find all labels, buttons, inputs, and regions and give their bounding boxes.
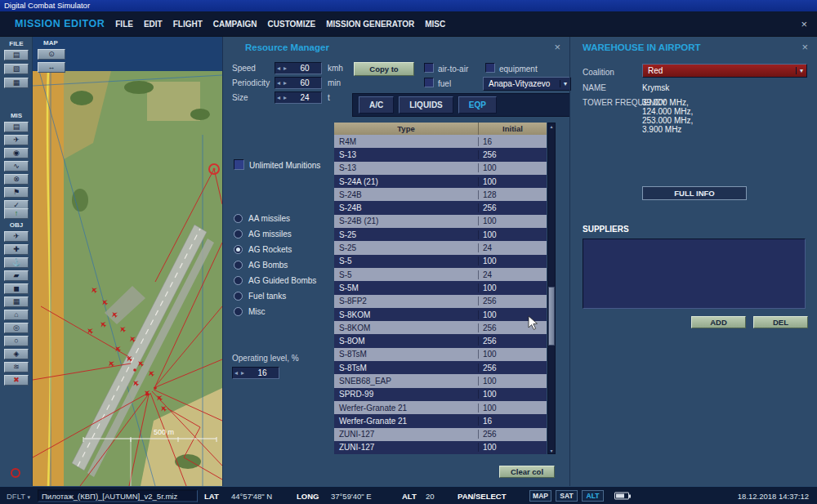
vehicle-icon[interactable]: ▰	[4, 270, 29, 281]
category-radio[interactable]: AG missiles	[234, 226, 316, 242]
table-row[interactable]: S-5 100	[334, 255, 547, 268]
table-row[interactable]: SNEB68_EAP 100	[334, 374, 547, 387]
mission-name-field[interactable]: Пилотаж_(КВП)_[AUTUMN]_v2_5r.miz	[38, 489, 198, 502]
table-row[interactable]: ZUNI-127 256	[334, 428, 547, 441]
triggers-icon[interactable]: ⚑	[4, 187, 29, 198]
table-row[interactable]: S-8TsM 100	[334, 348, 547, 361]
table-row[interactable]: S-25 100	[334, 228, 547, 241]
sortie-icon[interactable]: ✈	[4, 135, 29, 145]
category-radio[interactable]: AG Bombs	[234, 257, 316, 273]
open-mission-icon[interactable]: ▧	[4, 64, 29, 74]
aircraft-icon[interactable]: ✈	[4, 231, 29, 242]
stepper-increase-icon[interactable]: ▸	[282, 65, 288, 72]
equipment-checkbox[interactable]	[485, 63, 495, 73]
table-row[interactable]: S-5 24	[334, 268, 547, 281]
stepper-decrease-icon[interactable]: ◂	[275, 65, 282, 72]
full-info-button[interactable]: FULL INFO	[642, 186, 747, 200]
delete-object-icon[interactable]: ✖	[4, 375, 29, 386]
tab[interactable]: LIQUIDS	[399, 96, 453, 114]
value-stepper[interactable]: ◂ ▸ 60	[275, 77, 322, 89]
table-row[interactable]: S-13 100	[334, 162, 547, 175]
table-row[interactable]: S-8KOM 256	[334, 321, 547, 334]
failures-icon[interactable]: ⊗	[4, 174, 29, 185]
sealift-icon[interactable]: ≋	[4, 362, 29, 372]
table-row[interactable]: S-13 256	[334, 148, 547, 161]
airport-select[interactable]: Anapa-Vityazevo ▾	[483, 77, 571, 91]
stepper-decrease-icon[interactable]: ◂	[233, 369, 239, 377]
helicopter-icon[interactable]: ✚	[4, 244, 29, 255]
stepper-increase-icon[interactable]: ▸	[282, 79, 288, 87]
unlimited-munitions-checkbox[interactable]	[234, 159, 244, 170]
close-panel-icon[interactable]: ×	[801, 41, 808, 53]
value-stepper[interactable]: ◂ ▸ 60	[275, 62, 322, 74]
stepper-decrease-icon[interactable]: ◂	[275, 94, 282, 101]
map-viewport[interactable]: 500 m	[33, 37, 222, 486]
save-mission-icon[interactable]: ▦	[4, 78, 29, 88]
stepper-increase-icon[interactable]: ▸	[282, 94, 288, 101]
map-canvas[interactable]: 500 m	[33, 37, 222, 486]
map-options-icon[interactable]: ⊙	[38, 49, 65, 60]
trigger-zone-icon[interactable]: ○	[4, 336, 29, 346]
close-editor-icon[interactable]: ×	[801, 18, 807, 30]
menu-item[interactable]: FLIGHT	[173, 20, 203, 29]
fuel-checkbox[interactable]	[424, 78, 434, 87]
template-icon[interactable]: ▦	[4, 297, 29, 307]
category-radio[interactable]: AG Guided Bombs	[234, 273, 316, 288]
initial-point-icon[interactable]: ◈	[4, 349, 29, 359]
scroll-down-icon[interactable]: ▾	[548, 448, 555, 453]
table-row[interactable]: S-24B 128	[334, 188, 547, 201]
table-row[interactable]: ZUNI-127 100	[334, 441, 547, 454]
menu-item[interactable]: CUSTOMIZE	[268, 20, 316, 29]
column-initial[interactable]: Initial	[479, 123, 547, 135]
scrollbar-thumb[interactable]	[548, 287, 555, 346]
stepper-decrease-icon[interactable]: ◂	[275, 79, 282, 87]
close-panel-icon[interactable]: ×	[554, 41, 560, 53]
table-row[interactable]: S-24B 256	[334, 201, 547, 214]
weather-icon[interactable]: ∿	[4, 161, 29, 172]
sound-icon[interactable]: ◉	[4, 148, 29, 158]
stepper-increase-icon[interactable]: ▸	[239, 369, 246, 377]
table-scrollbar[interactable]: ▴ ▾	[547, 123, 556, 454]
map-mode-button[interactable]: MAP	[529, 490, 551, 502]
suppliers-list[interactable]	[583, 239, 806, 309]
value-stepper[interactable]: ◂ ▸ 24	[275, 91, 322, 104]
category-radio[interactable]: Misc	[234, 304, 316, 319]
coalition-select[interactable]: Red ▾	[642, 64, 807, 78]
menu-item[interactable]: FILE	[115, 20, 133, 29]
menu-item[interactable]: MISSION GENERATOR	[326, 20, 414, 29]
table-row[interactable]: S-24A (21) 100	[334, 175, 547, 188]
fly-mission-icon[interactable]: ↑	[4, 208, 29, 219]
map-mode-button[interactable]: ALT	[582, 490, 604, 502]
column-type[interactable]: Type	[334, 123, 479, 135]
menu-item[interactable]: CAMPAIGN	[213, 20, 257, 29]
table-row[interactable]: R4M 16	[334, 135, 547, 148]
menu-item[interactable]: MISC	[425, 20, 445, 29]
scroll-up-icon[interactable]: ▴	[548, 123, 555, 129]
menu-item[interactable]: EDIT	[144, 20, 163, 29]
tab[interactable]: EQP	[458, 96, 497, 114]
table-row[interactable]: S-8KOM 100	[334, 308, 547, 321]
map-mode-button[interactable]: SAT	[556, 490, 578, 502]
table-row[interactable]: Werfer-Granate 21 16	[334, 414, 547, 427]
table-row[interactable]: S-24B (21) 100	[334, 215, 547, 228]
table-row[interactable]: SPRD-99 100	[334, 388, 547, 401]
briefing-icon[interactable]: ▤	[4, 122, 29, 132]
operating-level-stepper[interactable]: ◂ ▸ 16	[232, 367, 279, 379]
new-mission-icon[interactable]: ▤	[4, 50, 29, 60]
ship-icon[interactable]: ⚓	[4, 257, 29, 268]
air-to-air-checkbox[interactable]	[424, 63, 434, 73]
airfield-icon[interactable]: ◎	[4, 323, 29, 333]
clear-col-button[interactable]: Clear col	[499, 466, 555, 478]
profile-select[interactable]: DFLT ▾	[7, 491, 30, 500]
static-object-icon[interactable]: ◼	[4, 283, 29, 294]
del-supplier-button[interactable]: DEL	[753, 316, 808, 328]
table-row[interactable]: S-25 24	[334, 241, 547, 254]
table-row[interactable]: S-8TsM 256	[334, 361, 547, 374]
distance-tool-icon[interactable]: ↔	[38, 62, 65, 73]
category-radio[interactable]: AG Rockets	[234, 242, 316, 257]
tab[interactable]: A/C	[359, 96, 394, 114]
category-radio[interactable]: AA missiles	[234, 211, 316, 226]
add-supplier-button[interactable]: ADD	[691, 316, 746, 328]
farp-icon[interactable]: ⌂	[4, 310, 29, 320]
category-radio[interactable]: Fuel tanks	[234, 288, 316, 304]
